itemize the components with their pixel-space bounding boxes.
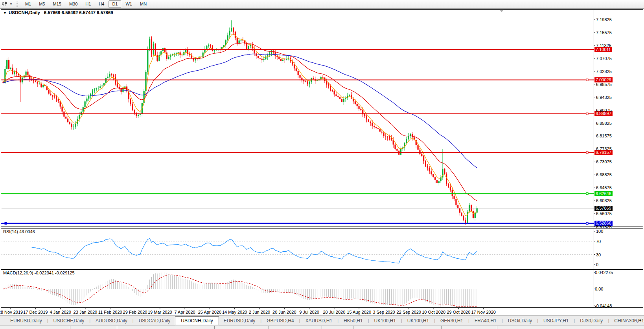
chart-tab-xauusd-h1[interactable]: XAUUSD,H1 [300, 317, 337, 325]
chart-tab-hk50-h1[interactable]: HK50,H1 [339, 317, 368, 325]
timeframe-button-h1[interactable]: H1 [82, 0, 94, 8]
tab-scroll-right-icon[interactable]: ▸ [640, 316, 642, 324]
tab-separator: | [260, 318, 261, 323]
price-axis-tick-label: 6.81575 [596, 133, 612, 138]
candle-body [231, 28, 232, 31]
candle-body [332, 90, 333, 91]
date-label: 29 Feb 2020 [121, 310, 149, 314]
date-label: 23 Jan 2020 [71, 310, 99, 314]
chart-tab-uk100-h1[interactable]: UK100,H1 [403, 317, 434, 325]
timeframe-button-m30[interactable]: M30 [66, 0, 81, 8]
timeframe-button-h4[interactable]: H4 [95, 0, 108, 8]
date-label: 11 Feb 2020 [96, 310, 124, 314]
candle-body [343, 99, 344, 102]
date-label: 17 Dec 2019 [21, 310, 50, 314]
candle-body [444, 169, 445, 174]
price-axis-tick-label: 7.11325 [596, 43, 611, 48]
chart-tab-eurusd-daily[interactable]: EURUSD,Daily [219, 317, 260, 325]
timeframe-button-d1[interactable]: D1 [109, 0, 121, 8]
candle-body [298, 71, 299, 75]
candle-body [258, 56, 259, 58]
candle-body [42, 85, 44, 88]
candle-body [328, 84, 329, 86]
level-drag-handle[interactable] [586, 79, 588, 81]
timeframe-button-m1[interactable]: M1 [22, 0, 35, 8]
candle-body [69, 122, 70, 124]
chart-tab-uk100-h1[interactable]: UK100,H1 [370, 317, 401, 325]
date-label: 14 May 2020 [221, 310, 249, 314]
candle-body [246, 44, 247, 49]
status-strip [0, 325, 644, 329]
chart-tab-usdjpy-h1[interactable]: USDJPY,H1 [539, 317, 573, 325]
candle-body [239, 40, 240, 43]
candle-body [360, 109, 361, 110]
candle-body [101, 86, 103, 86]
candle-body [280, 59, 282, 61]
chart-type-button[interactable]: ▼ [2, 2, 13, 7]
date-label: 10 Oct 2020 [420, 310, 448, 314]
chart-tab-usdchf-daily[interactable]: USDCHF,Daily [49, 317, 89, 325]
chart-tab-dj30-daily[interactable]: DJ30,Daily [575, 317, 607, 325]
timeframe-button-group: M1M5M15M30H1H4D1W1MN [21, 0, 151, 8]
candle-body [330, 86, 331, 90]
chart-tab-usoil-daily[interactable]: USOil,Daily [503, 317, 537, 325]
candle-body [341, 99, 342, 102]
chart-tab-usdcad-daily[interactable]: USDCAD,Daily [134, 317, 175, 325]
candle-body [427, 166, 428, 168]
price-axis-tick-label: 6.73075 [596, 159, 612, 164]
candle-body [372, 123, 373, 126]
chart-tab-ger30-h1[interactable]: GER30,H1 [436, 317, 468, 325]
chart-title: ▼USDCNH,Daily6.57869 6.58492 6.57447 6.5… [3, 10, 113, 15]
chart-tab-fra40-h1[interactable]: FRA40,H1 [470, 317, 501, 325]
tab-separator: | [574, 318, 575, 323]
tab-separator: | [434, 318, 435, 323]
level-drag-handle[interactable] [586, 113, 588, 115]
level-drag-handle[interactable] [586, 222, 588, 224]
collapse-triangle-icon[interactable]: ▼ [3, 11, 7, 15]
chart-tab-gbpusd-h4[interactable]: GBPUSD,H4 [262, 317, 298, 325]
candle-body [450, 187, 451, 190]
candle-body [94, 90, 95, 91]
timeframe-button-m5[interactable]: M5 [35, 0, 48, 8]
candle-body [88, 96, 89, 99]
candle-body [71, 124, 72, 127]
candle-body [423, 156, 424, 161]
candle-body [296, 68, 297, 71]
timeframe-button-mn[interactable]: MN [136, 0, 150, 8]
candlestick-chart-icon [2, 2, 8, 7]
candle-body [134, 110, 135, 113]
candle-body [56, 97, 57, 99]
candle-body [107, 77, 109, 78]
statusbar-separator [353, 326, 353, 329]
candle-body [8, 60, 9, 69]
timeframe-button-m15[interactable]: M15 [49, 0, 64, 8]
candle-body [286, 59, 287, 60]
candle-body [436, 180, 438, 183]
timeframe-button-w1[interactable]: W1 [122, 0, 136, 8]
price-chart-canvas[interactable] [0, 0, 644, 329]
price-axis-tick-label: 6.64575 [596, 185, 612, 190]
level-drag-handle[interactable] [586, 193, 588, 195]
statusbar-separator [117, 326, 117, 329]
price-axis-tick-label: 6.51825 [596, 224, 612, 229]
tab-separator: | [537, 318, 538, 323]
candle-body [168, 57, 169, 59]
chart-tab-usdcnh-daily[interactable]: USDCNH,Daily [175, 316, 219, 325]
candle-body [419, 150, 420, 154]
chart-ohlc-values: 6.57869 6.58492 6.57447 6.57869 [44, 10, 113, 15]
candle-body [149, 39, 150, 49]
tab-scroll-left-icon[interactable]: ◂ [634, 316, 636, 324]
candle-body [166, 53, 167, 59]
chart-tab-audusd-daily[interactable]: AUDUSD,Daily [91, 317, 132, 325]
chart-tab-eurusd-daily[interactable]: EURUSD,Daily [6, 317, 47, 325]
candle-body [65, 117, 66, 119]
level-drag-handle[interactable] [586, 152, 588, 154]
macd-axis-tick-label: 0.00 [595, 287, 603, 291]
tab-separator: | [132, 318, 134, 323]
statusbar-separator [70, 326, 70, 329]
rsi-axis-tick-label: 70 [596, 239, 601, 244]
level-drag-handle[interactable] [5, 222, 7, 224]
candle-body [370, 122, 371, 123]
candle-body [98, 88, 99, 88]
tab-separator: | [468, 318, 469, 323]
